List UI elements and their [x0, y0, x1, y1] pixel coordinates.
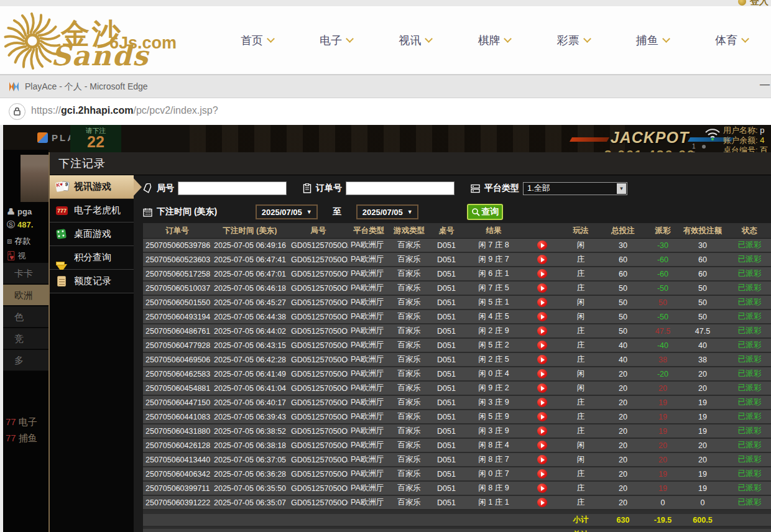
moneybag-icon: Ⓢ	[7, 219, 15, 231]
column-header: 玩法	[561, 223, 601, 238]
gem-icon	[55, 252, 69, 264]
replay-button[interactable]	[537, 398, 547, 407]
column-header: 状态	[725, 223, 771, 238]
replay-button[interactable]	[537, 469, 547, 479]
status-badge: 已派彩	[725, 339, 771, 352]
replay-button[interactable]	[537, 498, 547, 507]
column-header: 总投注	[601, 223, 645, 238]
status-badge: 已派彩	[725, 239, 771, 252]
menu-item-2[interactable]: 777电子老虎机	[50, 199, 134, 222]
table-row: 2507050603912222025-07-05 06:35:07GD0512…	[143, 496, 771, 510]
avatar	[21, 155, 48, 202]
replay-button[interactable]	[537, 283, 547, 293]
grand-total-row: 总计630-19.5600.5	[143, 529, 771, 532]
column-header: 游戏类型	[389, 223, 429, 238]
table-row: 2507050605172582025-07-05 06:47:01GD0512…	[143, 267, 771, 282]
round-input[interactable]	[178, 181, 287, 195]
clipboard-icon	[303, 183, 312, 193]
status-badge: 已派彩	[725, 310, 771, 323]
records-table: 订单号下注时间 (美东)局号平台类型游戏类型桌号结果玩法总投注派彩有效投注额状态…	[143, 223, 771, 532]
column-header: 结果	[464, 223, 524, 238]
table-row: 2507050603997112025-07-05 06:35:50GD0512…	[143, 482, 771, 496]
replay-button[interactable]	[537, 269, 547, 278]
column-header: 订单号	[143, 223, 211, 238]
person-icon: 👤︎	[7, 207, 15, 216]
menu-item-4[interactable]: 积分查询	[50, 246, 134, 270]
replay-button[interactable]	[537, 441, 547, 450]
replay-button[interactable]	[537, 326, 547, 336]
magnifier-icon	[471, 208, 480, 216]
dropdown-arrow-icon: ▼	[407, 209, 413, 215]
logo-script: Sands	[51, 40, 149, 71]
coin-icon	[738, 0, 746, 6]
deposit-link[interactable]: ⧈存款	[7, 236, 30, 247]
subtotal-row: 小计630-19.5600.5	[143, 514, 771, 527]
status-badge: 已派彩	[725, 367, 771, 380]
replay-button[interactable]	[537, 455, 547, 464]
menu-item-5[interactable]: 额度记录	[50, 270, 134, 293]
address-text[interactable]: https://gci.2hhapi.com/pc/pcv2/index.jsp…	[31, 105, 218, 116]
nav-item[interactable]: 首页	[218, 6, 297, 75]
order-input[interactable]	[346, 181, 455, 195]
chevron-down-icon	[583, 35, 591, 43]
replay-button[interactable]	[537, 484, 547, 493]
nav-item[interactable]: 捕鱼	[613, 6, 692, 75]
platform-select[interactable]: 1.全部 ▼	[523, 182, 627, 195]
status-badge: 已派彩	[725, 496, 771, 509]
replay-button[interactable]	[537, 369, 547, 378]
lobby-tab: 欧洲	[3, 285, 48, 306]
column-header: 下注时间 (美东)	[211, 223, 289, 238]
tag-icon	[143, 183, 152, 193]
menu-item-1[interactable]: 9K♥视讯游戏	[50, 175, 134, 199]
table-row: 2507050604261282025-07-05 06:38:18GD0512…	[143, 439, 771, 453]
table-row: 2507050604867612025-07-05 06:44:02GD0512…	[143, 324, 771, 339]
nav-item[interactable]: 体育	[692, 6, 771, 75]
table-row: 2507050604548812025-07-05 06:41:04GD0512…	[143, 382, 771, 396]
table-row: 2507050605015502025-07-05 06:45:27GD0512…	[143, 296, 771, 310]
top-strip: 登入	[0, 0, 771, 6]
bet-records-panel: 下注记录 9K♥视讯游戏777电子老虎机桌面游戏积分查询额度记录 局号 订单号 …	[48, 152, 771, 532]
bet-time-filter-label: 下注时间 (美东)	[157, 206, 217, 218]
table-row: 2507050604779282025-07-05 06:43:15GD0512…	[143, 339, 771, 353]
column-header: 平台类型	[348, 223, 389, 238]
menu-item-3[interactable]: 桌面游戏	[50, 222, 134, 246]
lobby-bottom-items: 77 电子77 捕鱼	[6, 414, 37, 446]
calendar-icon	[143, 208, 152, 217]
table-header-row: 订单号下注时间 (美东)局号平台类型游戏类型桌号结果玩法总投注派彩有效投注额状态	[143, 223, 771, 239]
replay-button[interactable]	[537, 383, 547, 393]
select-dropdown-arrow[interactable]: ▼	[617, 183, 626, 194]
minimize-button[interactable]: —	[760, 79, 770, 90]
status-badge: 已派彩	[725, 324, 771, 337]
nav-item[interactable]: 棋牌	[455, 6, 533, 75]
status-badge: 已派彩	[725, 439, 771, 452]
replay-button[interactable]	[537, 341, 547, 350]
site-logo[interactable]: 金沙 6Js.com Sands	[2, 7, 208, 73]
nav-item[interactable]: 视讯	[376, 6, 455, 75]
page-content: PLAYACE 请下注 22 JACKPOT 2,061,426.66 用户名称…	[0, 125, 771, 532]
replay-button[interactable]	[537, 312, 547, 321]
panel-title-bar: 下注记录	[50, 152, 771, 175]
table-row: 2507050604134402025-07-05 06:37:05GD0512…	[143, 453, 771, 467]
date-to-select[interactable]: 2025/07/05▼	[356, 204, 418, 219]
lock-icon[interactable]	[9, 103, 25, 120]
replay-button[interactable]	[537, 255, 547, 264]
replay-button[interactable]	[537, 355, 547, 364]
date-from-select[interactable]: 2025/07/05▼	[256, 204, 318, 219]
edge-titlebar[interactable]: PlayAce - 个人 - Microsoft Edge —	[0, 75, 771, 98]
site-header: 金沙 6Js.com Sands 首页电子视讯棋牌彩票捕鱼体育	[0, 6, 771, 75]
status-badge: 已派彩	[725, 424, 771, 438]
table-row: 2507050604471502025-07-05 06:40:17GD0512…	[143, 396, 771, 410]
dropdown-arrow-icon: ▼	[307, 209, 312, 215]
replay-button[interactable]	[537, 412, 547, 421]
replay-button[interactable]	[537, 298, 547, 307]
nav-item[interactable]: 电子	[297, 6, 376, 75]
nav-item[interactable]: 彩票	[534, 6, 613, 75]
replay-button[interactable]	[537, 241, 547, 250]
round-filter-label: 局号	[157, 183, 174, 194]
lobby-tab: 多	[3, 350, 48, 371]
replay-button[interactable]	[537, 426, 547, 436]
playace-window-icon	[9, 81, 19, 92]
url-bar[interactable]: https://gci.2hhapi.com/pc/pcv2/index.jsp…	[0, 98, 771, 125]
search-button[interactable]: 查询	[467, 204, 503, 220]
login-link[interactable]: 登入	[738, 0, 769, 6]
